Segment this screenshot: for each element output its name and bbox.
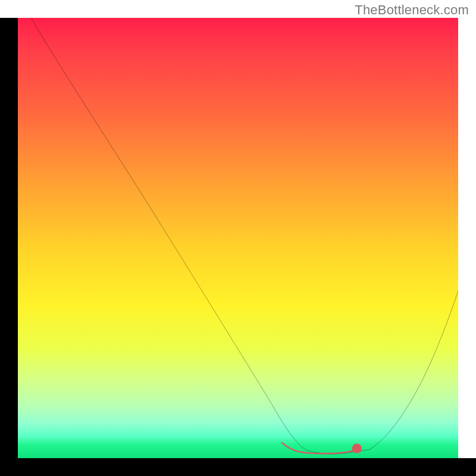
y-axis-bar [0,18,18,458]
optimal-range-marker [282,443,357,453]
bottleneck-curve [31,18,458,454]
plot-svg [18,18,458,458]
x-axis-bar [0,458,476,476]
optimal-range-dot-icon [352,444,362,453]
chart-container: TheBottleneck.com [0,0,476,476]
chart-frame [0,18,476,476]
plot-area [18,18,458,458]
watermark-text: TheBottleneck.com [355,2,469,18]
